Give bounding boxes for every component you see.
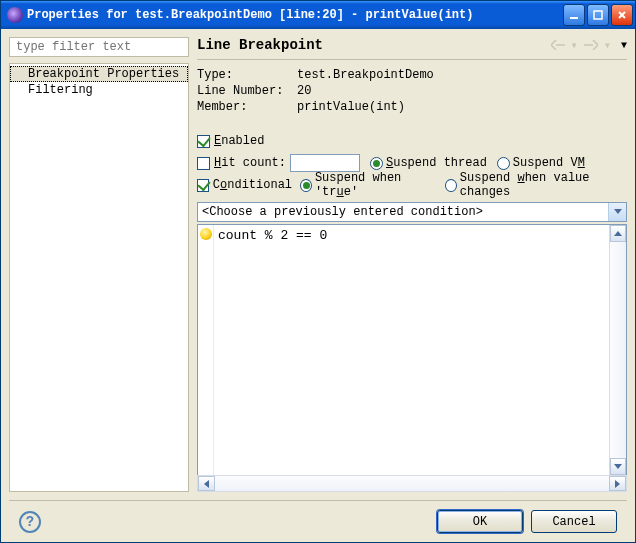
scroll-up-icon[interactable]	[610, 225, 626, 242]
condition-editor[interactable]: count % 2 == 0	[214, 225, 609, 475]
editor-hscrollbar[interactable]	[197, 475, 627, 492]
suspend-thread-radio[interactable]	[370, 157, 383, 170]
hitcount-label[interactable]: Hit count:	[214, 156, 286, 170]
condition-history-select[interactable]: <Choose a previously entered condition>	[197, 202, 627, 222]
tree-item-filtering[interactable]: Filtering	[10, 82, 188, 98]
editor-gutter	[198, 225, 214, 475]
forward-icon[interactable]	[584, 40, 598, 50]
scroll-right-icon[interactable]	[609, 476, 626, 491]
cancel-button[interactable]: Cancel	[531, 510, 617, 533]
hitcount-input[interactable]	[290, 154, 360, 172]
enabled-checkbox[interactable]	[197, 135, 210, 148]
enabled-label[interactable]: Enabled	[214, 134, 264, 148]
button-bar: ? OK Cancel	[9, 500, 627, 542]
filter-input-wrap[interactable]	[9, 37, 189, 57]
suspend-true-label[interactable]: Suspend when 'true'	[315, 171, 437, 199]
window-title: Properties for test.BreakpointDemo [line…	[27, 8, 563, 22]
member-label: Member:	[197, 100, 297, 114]
category-tree[interactable]: Breakpoint Properties Filtering	[9, 63, 189, 492]
suspend-vm-label[interactable]: Suspend VM	[513, 156, 585, 170]
titlebar[interactable]: Properties for test.BreakpointDemo [line…	[1, 1, 635, 29]
conditional-checkbox[interactable]	[197, 179, 209, 192]
suspend-change-radio[interactable]	[445, 179, 457, 192]
suspend-vm-radio[interactable]	[497, 157, 510, 170]
menu-chevron-icon[interactable]: ▼	[621, 40, 627, 51]
suspend-true-radio[interactable]	[300, 179, 312, 192]
tree-item-bp-properties[interactable]: Breakpoint Properties	[10, 66, 188, 82]
dialog-window: Properties for test.BreakpointDemo [line…	[0, 0, 636, 543]
scroll-down-icon[interactable]	[610, 458, 626, 475]
page-heading: Line Breakpoint	[197, 37, 551, 53]
type-value: test.BreakpointDemo	[297, 68, 434, 82]
line-label: Line Number:	[197, 84, 297, 98]
editor-vscrollbar[interactable]	[609, 225, 626, 475]
member-value: printValue(int)	[297, 100, 405, 114]
nav-arrows: ▾ ▾ ▼	[551, 38, 627, 53]
line-value: 20	[297, 84, 311, 98]
main-panel: Line Breakpoint ▾ ▾ ▼ Type:test.Breakpoi…	[197, 37, 627, 492]
minimize-button[interactable]	[563, 4, 585, 26]
close-button[interactable]	[611, 4, 633, 26]
lightbulb-icon[interactable]	[200, 228, 212, 240]
eclipse-icon	[7, 7, 23, 23]
scroll-left-icon[interactable]	[198, 476, 215, 491]
sidebar: Breakpoint Properties Filtering	[9, 37, 189, 492]
conditional-label[interactable]: Conditional	[213, 178, 292, 192]
suspend-thread-label[interactable]: Suspend thread	[386, 156, 487, 170]
back-icon[interactable]	[551, 40, 565, 50]
svg-rect-0	[570, 17, 578, 19]
filter-input[interactable]	[14, 38, 184, 56]
condition-editor-wrap: count % 2 == 0	[197, 224, 627, 476]
svg-rect-1	[594, 11, 602, 19]
hitcount-checkbox[interactable]	[197, 157, 210, 170]
type-label: Type:	[197, 68, 297, 82]
condition-history-text: <Choose a previously entered condition>	[198, 205, 608, 219]
suspend-change-label[interactable]: Suspend when value changes	[460, 171, 627, 199]
ok-button[interactable]: OK	[437, 510, 523, 533]
help-button[interactable]: ?	[19, 511, 41, 533]
maximize-button[interactable]	[587, 4, 609, 26]
chevron-down-icon[interactable]	[608, 203, 626, 221]
